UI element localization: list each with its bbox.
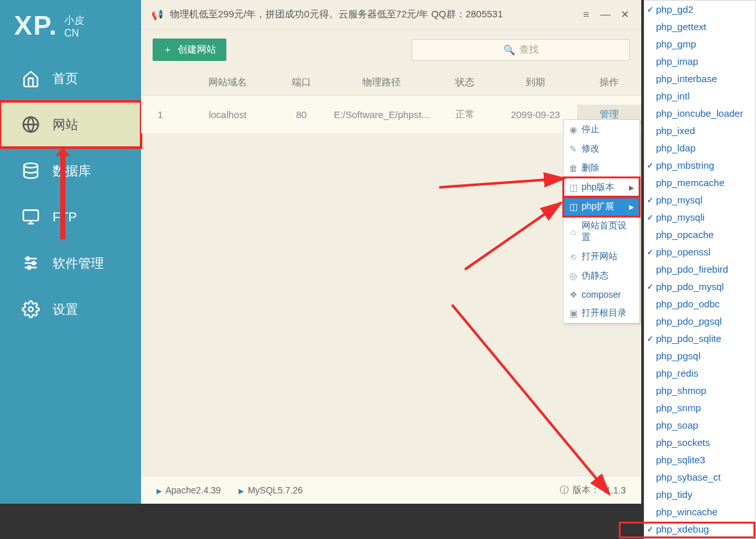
speaker-icon: 📢: [151, 9, 164, 21]
ext-item-php_ixed[interactable]: php_ixed: [644, 122, 755, 139]
minimize-button[interactable]: —: [599, 9, 612, 21]
ext-item-php_gd2[interactable]: php_gd2: [644, 1, 755, 18]
ext-item-php_sqlite3[interactable]: php_sqlite3: [644, 451, 755, 468]
ext-item-php_imap[interactable]: php_imap: [644, 53, 755, 70]
menu-open-root[interactable]: ▣打开根目录: [564, 304, 639, 323]
col-path: 物理路径: [327, 76, 436, 89]
sidebar-item-home[interactable]: 首页: [0, 55, 141, 101]
sidebar-item-label: 网站: [53, 116, 78, 133]
folder-icon: ▣: [569, 308, 578, 318]
mysql-status[interactable]: MySQL5.7.26: [239, 485, 303, 495]
ext-item-php_pgsql[interactable]: php_pgsql: [644, 347, 755, 364]
menu-delete[interactable]: 🗑删除: [564, 158, 639, 178]
ext-item-php_pdo_mysql[interactable]: php_pdo_mysql: [644, 278, 755, 295]
monitor-icon: [22, 208, 40, 226]
ext-item-php_memcache[interactable]: php_memcache: [644, 174, 755, 191]
diamond-icon: ❖: [569, 289, 578, 300]
sidebar-item-software[interactable]: 软件管理: [0, 240, 141, 286]
close-button[interactable]: ✕: [618, 8, 631, 21]
chevron-right-icon: ▶: [629, 184, 634, 191]
menu-edit[interactable]: ✎修改: [564, 139, 639, 158]
context-menu: ◉停止 ✎修改 🗑删除 ◫php版本▶ ◫php扩展▶ ⌂网站首页设置 ⎋打开网…: [563, 119, 640, 323]
sidebar-item-settings[interactable]: 设置: [0, 286, 141, 332]
php-ext-submenu: php_gd2php_gettextphp_gmpphp_imapphp_int…: [644, 0, 756, 539]
sliders-icon: [22, 254, 40, 272]
sidebar-item-db[interactable]: 数据库: [0, 148, 141, 194]
ext-item-php_openssl[interactable]: php_openssl: [644, 243, 755, 261]
ext-item-php_ioncube_loader[interactable]: php_ioncube_loader: [644, 105, 755, 122]
col-expire: 到期: [494, 76, 577, 89]
menu-open-site[interactable]: ⎋打开网站: [564, 247, 639, 266]
footer: Apache2.4.39 MySQL5.7.26 ⓘ 版本： .1.1.3: [141, 475, 641, 504]
ext-item-php_gettext[interactable]: php_gettext: [644, 18, 755, 35]
ext-item-php_mysql[interactable]: php_mysql: [644, 191, 755, 209]
create-site-button[interactable]: ＋ 创建网站: [153, 38, 226, 61]
svg-point-3: [26, 257, 29, 261]
ext-item-php_redis[interactable]: php_redis: [644, 364, 755, 382]
ext-item-php_gmp[interactable]: php_gmp: [644, 35, 755, 53]
gear-icon: [22, 300, 40, 318]
ext-item-php_mbstring[interactable]: php_mbstring: [644, 157, 755, 174]
menu-composer[interactable]: ❖composer: [564, 286, 639, 304]
circle-icon: ◎: [569, 271, 578, 281]
menu-php-version[interactable]: ◫php版本▶: [564, 178, 639, 197]
menu-stop[interactable]: ◉停止: [564, 120, 639, 139]
ext-item-php_interbase[interactable]: php_interbase: [644, 70, 755, 87]
chevron-right-icon: ▶: [629, 203, 634, 210]
ext-item-php_sybase_ct[interactable]: php_sybase_ct: [644, 468, 755, 486]
svg-rect-2: [23, 210, 38, 221]
menu-icon[interactable]: ≡: [580, 9, 592, 21]
ext-item-php_snmp[interactable]: php_snmp: [644, 399, 755, 416]
sidebar-item-ftp[interactable]: FTP: [0, 194, 141, 240]
ext-item-php_pdo_odbc[interactable]: php_pdo_odbc: [644, 295, 755, 312]
brand-logo: XP. 小皮 CN: [0, 0, 141, 55]
svg-point-4: [32, 262, 35, 265]
col-domain: 网站域名: [180, 76, 276, 89]
col-status: 状态: [436, 76, 494, 89]
ext-item-php_tidy[interactable]: php_tidy: [644, 486, 755, 503]
menu-php-ext[interactable]: ◫php扩展▶: [564, 197, 639, 216]
app-window: XP. 小皮 CN 首页 网站 数据库 FTP 软件管理 设置: [0, 0, 641, 504]
ext-item-php_xdebug[interactable]: php_xdebug: [644, 520, 755, 538]
globe-icon: [22, 116, 40, 133]
sidebar-item-site[interactable]: 网站: [0, 101, 141, 148]
apache-status[interactable]: Apache2.4.39: [156, 485, 221, 495]
table-header: 网站域名 端口 物理路径 状态 到期 操作: [141, 70, 641, 96]
info-icon: ⓘ: [560, 484, 569, 496]
external-icon: ⎋: [569, 252, 578, 262]
ext-item-php_wincache[interactable]: php_wincache: [644, 503, 755, 520]
trash-icon: 🗑: [569, 163, 578, 173]
svg-point-5: [28, 266, 31, 270]
ext-item-php_shmop[interactable]: php_shmop: [644, 382, 755, 399]
ext-item-php_mysqli[interactable]: php_mysqli: [644, 209, 755, 226]
database-icon: [22, 162, 40, 180]
plus-icon: ＋: [163, 44, 172, 56]
edit-icon: ✎: [569, 144, 578, 154]
ext-item-php_sockets[interactable]: php_sockets: [644, 434, 755, 451]
version-info: ⓘ 版本： .1.1.3: [560, 484, 626, 496]
ext-item-php_opcache[interactable]: php_opcache: [644, 226, 755, 243]
menu-home-settings[interactable]: ⌂网站首页设置: [564, 216, 639, 247]
ext-item-php_intl[interactable]: php_intl: [644, 87, 755, 105]
annotation-arrow-up: [60, 150, 65, 239]
svg-point-6: [29, 307, 33, 312]
ext-item-php_ldap[interactable]: php_ldap: [644, 139, 755, 157]
ext-item-php_soap[interactable]: php_soap: [644, 416, 755, 434]
menu-pseudo-static[interactable]: ◎伪静态: [564, 266, 639, 286]
col-port: 端口: [276, 76, 327, 89]
svg-point-1: [24, 163, 38, 167]
topbar: 📢 物理机低至299元/年，拼团成功0元得。云服务器低至72元/年 QQ群：28…: [141, 0, 641, 30]
action-row: ＋ 创建网站 🔍 查找: [141, 30, 641, 70]
col-action: 操作: [577, 76, 641, 89]
main-panel: 📢 物理机低至299元/年，拼团成功0元得。云服务器低至72元/年 QQ群：28…: [141, 0, 641, 504]
ext-item-php_pdo_pgsql[interactable]: php_pdo_pgsql: [644, 312, 755, 330]
search-input[interactable]: 🔍 查找: [412, 39, 630, 61]
sidebar-item-label: 首页: [53, 70, 78, 87]
announcement-text: 物理机低至299元/年，拼团成功0元得。云服务器低至72元/年 QQ群：2805…: [170, 8, 503, 21]
stop-icon: ◉: [569, 124, 578, 135]
sidebar-item-label: 设置: [53, 301, 78, 318]
home-icon: ⌂: [569, 227, 578, 237]
ext-item-php_pdo_firebird[interactable]: php_pdo_firebird: [644, 261, 755, 278]
box-icon: ◫: [569, 201, 578, 212]
ext-item-php_pdo_sqlite[interactable]: php_pdo_sqlite: [644, 330, 755, 347]
